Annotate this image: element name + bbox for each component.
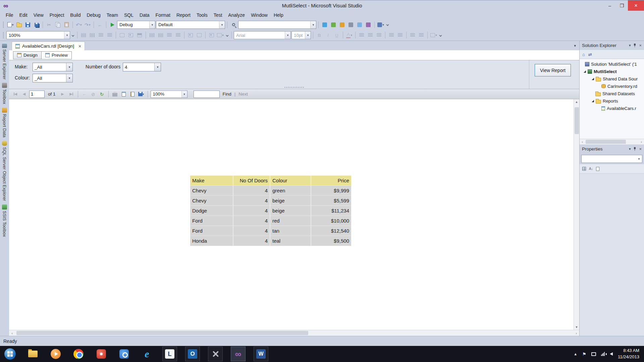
new-query-button[interactable]	[321, 21, 329, 29]
font-size-combo[interactable]: 10pt▾	[291, 31, 311, 39]
blue-app-button[interactable]	[117, 347, 131, 361]
linqpad-button[interactable]: L	[162, 347, 177, 361]
start-button[interactable]	[3, 347, 17, 361]
sidebar-tab-toolbox[interactable]: Toolbox	[2, 83, 7, 104]
menu-item[interactable]: Edit	[16, 11, 31, 19]
redo-button[interactable]: ↷▾	[84, 21, 92, 29]
menu-item[interactable]: Format	[153, 11, 173, 19]
word-button[interactable]: W	[254, 347, 268, 361]
horizontal-scroll-thumb[interactable]	[16, 331, 308, 335]
solution-configuration-combo[interactable]: Debug▾	[117, 21, 155, 29]
solution-explorer-header[interactable]: Solution Explorer ▾ ×	[580, 41, 644, 50]
home-icon[interactable]: ⌂	[582, 52, 585, 57]
back-to-parent-button[interactable]: ←	[81, 90, 88, 98]
sidebar-tab-ssis-toolbox[interactable]: SSIS Toolbox	[2, 204, 7, 237]
underline-button[interactable]: U	[333, 31, 341, 39]
expander-icon[interactable]	[583, 70, 586, 73]
tab-preview[interactable]: Preview	[41, 51, 72, 59]
navigate-back-button[interactable]: ←	[96, 21, 104, 29]
vertical-scroll-thumb[interactable]	[575, 107, 579, 134]
toolbar-options-chevron-icon[interactable]	[226, 34, 229, 37]
browse-with-button[interactable]: ▾	[377, 21, 385, 29]
tree-node-available-cars[interactable]: AvailableCars.r	[580, 105, 644, 112]
tree-node-shared-datasets[interactable]: Shared Datasets	[580, 90, 644, 97]
toolbar-grip[interactable]	[3, 21, 4, 28]
parameters-splitter-grip[interactable]	[284, 86, 304, 88]
window-position-chevron-icon[interactable]: ▾	[629, 44, 631, 47]
menu-item[interactable]: Report	[173, 11, 194, 19]
align-lefts-button[interactable]	[79, 31, 88, 39]
font-name-combo[interactable]: Arial▾	[234, 31, 291, 39]
tree-node-car-inventory[interactable]: CarInventory.rd	[580, 82, 644, 90]
menu-item[interactable]: Tools	[194, 11, 211, 19]
next-page-button[interactable]: ▶	[59, 90, 66, 98]
view-report-button[interactable]: View Report	[535, 64, 571, 76]
tree-node-reports[interactable]: Reports	[580, 97, 644, 105]
save-all-button[interactable]	[33, 21, 41, 29]
snap-to-grid-button[interactable]	[208, 31, 216, 39]
menu-item[interactable]: Project	[47, 11, 67, 19]
close-button[interactable]: ×	[628, 0, 644, 11]
menu-item[interactable]: View	[31, 11, 47, 19]
expander-icon[interactable]	[591, 77, 594, 80]
remove-horizontal-spacing-button[interactable]	[157, 31, 165, 39]
internet-explorer-button[interactable]: e	[140, 347, 154, 361]
last-page-button[interactable]: ▶	[68, 90, 75, 98]
cut-button[interactable]: ✂	[45, 21, 53, 29]
tools-app-button[interactable]	[208, 347, 223, 361]
horizontal-spacing-button[interactable]	[148, 31, 156, 39]
italic-button[interactable]: I	[324, 31, 332, 39]
colour-parameter-dropdown[interactable]: _All▾	[33, 74, 73, 82]
borders-button[interactable]: ▾	[430, 31, 438, 39]
document-tab[interactable]: AvailableCars.rdl [Design] ×	[12, 42, 85, 50]
start-debug-button[interactable]	[108, 21, 116, 29]
alphabetical-icon[interactable]: A↓	[589, 167, 593, 171]
toolbar-options-chevron-icon[interactable]	[386, 23, 389, 26]
toolbar-options-chevron-icon[interactable]	[439, 34, 442, 37]
tree-node-solution[interactable]: Solution 'MutliSelect' ('1	[580, 60, 644, 68]
menu-item[interactable]: Analyze	[225, 11, 248, 19]
toolbar-grip[interactable]	[3, 32, 4, 39]
print-button[interactable]	[111, 90, 119, 98]
new-item-button[interactable]: ▾	[6, 21, 14, 29]
menu-item[interactable]: File	[3, 11, 16, 19]
scroll-up-icon[interactable]: ▲	[575, 99, 578, 105]
undo-button[interactable]: ↶▾	[75, 21, 83, 29]
designer-zoom-combo[interactable]: 100%▾	[6, 31, 70, 39]
scroll-right-icon[interactable]: ›	[639, 140, 644, 144]
doors-parameter-dropdown[interactable]: 4▾	[123, 63, 161, 71]
taskbar-clock[interactable]: 8:43 AM 11/24/2013	[618, 348, 639, 360]
decrease-indent-button[interactable]	[409, 31, 417, 39]
tab-design[interactable]: Design	[13, 51, 42, 59]
database-button[interactable]	[329, 21, 337, 29]
send-to-back-button[interactable]	[195, 31, 203, 39]
sidebar-tab-sql-server-object-explorer[interactable]: SQL Server Object Explorer	[2, 141, 7, 201]
page-setup-button[interactable]	[129, 90, 136, 98]
expander-icon[interactable]	[591, 100, 594, 103]
find-button[interactable]: Find	[223, 92, 231, 97]
align-center-button[interactable]	[366, 31, 374, 39]
align-tops-button[interactable]	[97, 31, 105, 39]
sidebar-tab-report-data[interactable]: Report Data	[2, 108, 7, 137]
scroll-left-icon[interactable]: ‹	[9, 331, 15, 335]
show-hidden-icons-button[interactable]: ▲	[574, 352, 577, 356]
refresh-button[interactable]: ↻	[98, 90, 106, 98]
remove-vertical-spacing-button[interactable]	[174, 31, 182, 39]
align-middles-button[interactable]	[106, 31, 114, 39]
report-vertical-scrollbar[interactable]: ▲ ▼	[574, 99, 579, 330]
display-icon[interactable]	[591, 352, 596, 356]
maximize-button[interactable]: ❒	[616, 0, 628, 11]
volume-icon[interactable]	[610, 352, 613, 356]
stop-rendering-button[interactable]: ⊘	[90, 90, 97, 98]
scroll-down-icon[interactable]: ▼	[575, 324, 578, 330]
close-panel-icon[interactable]: ×	[639, 43, 642, 48]
properties-header[interactable]: Properties ▾ ×	[580, 144, 644, 154]
refresh-data-button[interactable]	[347, 21, 355, 29]
previous-page-button[interactable]: ◀	[20, 90, 28, 98]
solution-platform-combo[interactable]: Default▾	[156, 21, 225, 29]
menu-item[interactable]: Team	[104, 11, 121, 19]
paste-button[interactable]	[62, 21, 70, 29]
copy-button[interactable]	[54, 21, 62, 29]
find-in-files-button[interactable]	[229, 21, 237, 29]
increase-indent-button[interactable]	[417, 31, 425, 39]
